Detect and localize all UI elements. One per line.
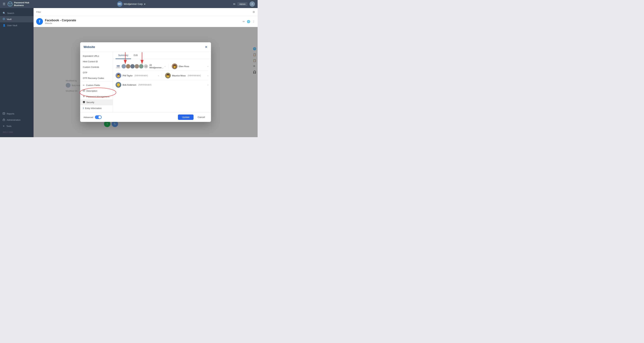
sidebar-item-vault[interactable]: Vault [0,16,34,22]
nav-item-entry-information[interactable]: ℹ Entry Information [80,105,113,111]
svg-point-0 [8,2,12,7]
nav-security-label: Security [86,101,94,104]
user-ellen-ross: 👩 Ellen Ross ‹ [172,64,208,69]
cancel-button[interactable]: Cancel [195,115,208,120]
bob-anderson-chevron-icon[interactable]: ‹ [208,84,208,86]
sidebar-item-vault-label: Vault [7,18,12,21]
app-layout: 🔍 Search Vault 👤 User Vault [0,8,258,137]
sidebar-item-user-vault[interactable]: 👤 User Vault [0,22,34,28]
maurice-moss-chevron-icon[interactable]: ‹ [208,74,208,77]
nav-item-otp-recovery[interactable]: OTP Recovery Codes [80,75,113,81]
maurice-moss-role: (Administrator) [188,74,201,77]
svg-rect-5 [3,113,5,115]
nav-item-custom-fields[interactable]: ✏ Custom Fields [80,82,113,88]
nav-entry-information-label: Entry Information [85,107,102,110]
entry-favicon: f [36,18,43,25]
phil-taylor-role: (Administrator) [135,74,148,77]
bob-anderson-avatar: 👴 [116,82,121,88]
user-maurice-moss: 👦 Maurice Moss (Administrator) ‹ [165,73,208,78]
entry-detail: Modified by Bob Anderson Modified On 🌐 📋… [34,27,258,137]
update-button[interactable]: Update [178,115,194,120]
org-badge: WC [117,1,122,7]
mail-icon[interactable]: ✉ [233,3,235,6]
svg-point-14 [116,65,118,67]
ellen-ross-avatar: 👩 [172,64,178,69]
user-vault-icon: 👤 [3,24,6,27]
modal-footer: Advanced Update Cancel [80,112,211,122]
filter-input[interactable] [36,11,251,13]
password-mgmt-icon [83,95,85,98]
admin-button[interactable]: Admin [237,2,248,6]
filter-bar: ⚙ [34,8,258,16]
sidebar-item-user-vault-label: User Vault [7,24,17,27]
edit-icon[interactable]: ✏ [243,20,245,23]
tools-icon: ✕ [3,125,5,127]
user-row-group: +1 All Windjammer... ‹ [116,62,208,71]
nav-password-management-label: Password Management [86,95,109,98]
globe-icon[interactable]: 🌐 [247,20,250,23]
nav-item-equivalent-urls[interactable]: Equivalent URLs [80,53,113,59]
nav-otp-label: OTP [83,71,88,74]
nav-item-description[interactable]: Description [80,88,113,94]
reports-icon [3,112,5,115]
modal-body: Equivalent URLs Html Control ID Custom C… [80,52,211,112]
entry-title: Facebook - Corporate [45,19,76,22]
sidebar: 🔍 Search Vault 👤 User Vault [0,8,34,137]
nav-item-custom-controls[interactable]: Custom Controls [80,64,113,70]
user-row-2: 👨 Phil Taylor (Administrator) ‹ [116,71,208,80]
info-icon: ℹ [83,107,84,110]
top-header: ☰ Password Hub Business WC Windjammer Co… [0,0,258,8]
search-icon: 🔍 [3,12,6,15]
org-chevron-icon[interactable]: ▾ [144,3,146,6]
user-phil-taylor: 👨 Phil Taylor (Administrator) ‹ [116,73,159,78]
hamburger-menu-icon[interactable]: ☰ [3,2,5,6]
phil-taylor-name: Phil Taylor [122,74,133,77]
sidebar-item-tools[interactable]: ✕ Tools [0,123,34,129]
more-icon[interactable]: ⋮ [252,20,255,23]
nav-item-password-management[interactable]: Password Management [80,94,113,99]
entry-header: f Facebook - Corporate Website ✏ 🌐 ⋮ [34,16,258,27]
ellen-ross-chevron-icon[interactable]: ‹ [208,65,208,68]
svg-point-1 [8,3,10,4]
group-avatar-5 [139,64,144,69]
nav-custom-controls-label: Custom Controls [83,66,99,68]
nav-item-html-control-id[interactable]: Html Control ID [80,59,113,64]
group-extra-count: +1 [144,64,148,68]
nav-otp-recovery-label: OTP Recovery Codes [83,77,104,79]
header-left: ☰ Password Hub Business [3,1,29,7]
advanced-label: Advanced [84,116,93,119]
filter-gear-icon[interactable]: ⚙ [252,11,255,14]
advanced-toggle[interactable] [95,115,102,119]
modal-close-button[interactable]: ✕ [205,45,208,49]
user-row-bob-anderson: 👴 Bob Anderson (Administrator) ‹ [116,80,208,89]
modal-nav: Equivalent URLs Html Control ID Custom C… [80,52,113,112]
logo-text: Password Hub Business [14,1,29,7]
sidebar-item-administration[interactable]: Administration [0,117,34,123]
svg-point-3 [3,18,5,20]
user-avatar[interactable]: A [250,1,255,7]
phil-taylor-chevron-icon[interactable]: ‹ [158,74,159,77]
bob-anderson-role: (Administrator) [138,84,152,86]
sidebar-item-search-label: Search [7,12,14,15]
group-avatars: +1 [122,64,148,69]
tab-edit[interactable]: Edit [131,52,140,59]
ellen-ross-name: Ellen Ross [179,65,189,68]
group-name: All Windjammer... [149,64,164,69]
modal-title: Website [84,45,95,49]
header-right: ✉ Admin A [233,1,255,7]
entry-subtitle: Website [45,22,76,25]
logo-icon [8,1,13,7]
nav-item-otp[interactable]: OTP [80,70,113,75]
sidebar-item-reports[interactable]: Reports [0,111,34,117]
group-icon [116,64,120,69]
nav-html-control-id-label: Html Control ID [83,60,98,63]
nav-item-security[interactable]: Security [80,99,113,105]
group-avatar-4 [134,64,139,69]
entry-title-area: Facebook - Corporate Website [45,19,76,25]
svg-point-2 [10,3,12,4]
group-chevron-icon[interactable]: ‹ [165,65,166,68]
sidebar-item-search[interactable]: 🔍 Search [0,10,34,16]
tab-summary[interactable]: Summary [116,52,131,59]
svg-point-4 [4,19,4,20]
user-bob-anderson: 👴 Bob Anderson (Administrator) ‹ [116,82,208,88]
